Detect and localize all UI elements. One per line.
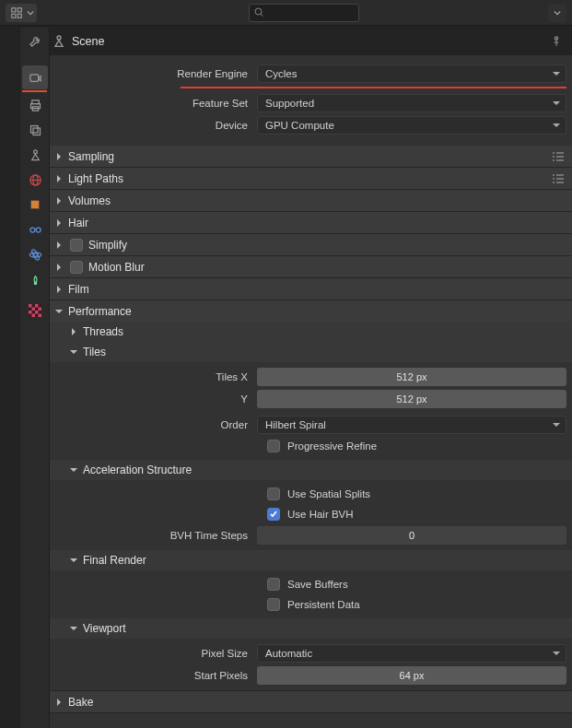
render-engine-label: Render Engine xyxy=(50,68,257,79)
printer-icon xyxy=(28,98,42,112)
tab-texture[interactable] xyxy=(22,299,48,323)
progressive-refine-checkbox[interactable] xyxy=(267,440,280,452)
tab-active-underline xyxy=(22,90,47,92)
panel-menu-button[interactable] xyxy=(550,171,566,186)
simplify-checkbox[interactable] xyxy=(70,239,83,252)
hair-bvh-label: Use Hair BVH xyxy=(287,509,354,520)
panel-simplify[interactable]: Simplify xyxy=(50,235,572,255)
feature-set-dropdown[interactable]: Supported xyxy=(257,94,566,112)
svg-rect-16 xyxy=(30,200,39,208)
properties-panel: Render Engine Cycles Feature Set Support… xyxy=(50,55,572,728)
tab-data[interactable] xyxy=(22,267,48,291)
svg-rect-32 xyxy=(39,314,42,318)
disclosure-icon xyxy=(53,697,64,708)
pixel-size-label: Pixel Size xyxy=(50,648,257,659)
panel-title: Acceleration Structure xyxy=(83,464,192,476)
tab-constraints[interactable] xyxy=(22,217,48,241)
bvh-time-field[interactable]: 0 xyxy=(257,526,566,545)
device-value: GPU Compute xyxy=(265,120,334,131)
search-input[interactable] xyxy=(249,4,359,22)
svg-point-22 xyxy=(30,248,41,260)
start-pixels-value: 64 px xyxy=(400,670,425,681)
svg-rect-25 xyxy=(29,304,32,308)
pixel-size-dropdown[interactable]: Automatic xyxy=(257,644,566,663)
svg-point-23 xyxy=(34,282,37,285)
disclosure-icon xyxy=(53,151,64,162)
tiles-y-label: Y xyxy=(50,393,257,405)
svg-point-20 xyxy=(33,252,37,256)
tab-output[interactable] xyxy=(22,93,48,117)
scene-name: Scene xyxy=(72,35,104,48)
panel-title: Bake xyxy=(68,696,93,709)
panel-title: Motion Blur xyxy=(88,261,145,274)
persistent-data-checkbox[interactable] xyxy=(267,598,280,611)
svg-rect-10 xyxy=(30,125,38,133)
tile-order-dropdown[interactable]: Hilbert Spiral xyxy=(257,416,566,434)
subpanel-final-render[interactable]: Final Render xyxy=(50,550,572,570)
disclosure-icon xyxy=(68,623,79,634)
tab-physics[interactable] xyxy=(22,242,48,266)
disclosure-icon xyxy=(68,346,79,358)
disclosure-icon xyxy=(53,306,64,317)
panel-title: Tiles xyxy=(83,346,106,358)
svg-point-17 xyxy=(29,228,34,232)
tiles-y-field[interactable]: 512 px xyxy=(257,390,566,408)
tab-view-layer[interactable] xyxy=(22,118,48,142)
subpanel-acceleration-structure[interactable]: Acceleration Structure xyxy=(50,460,572,480)
subpanel-tiles[interactable]: Tiles xyxy=(50,342,572,362)
panel-title: Hair xyxy=(68,217,88,229)
subpanel-viewport[interactable]: Viewport xyxy=(50,618,572,639)
chevron-down-icon xyxy=(27,9,34,17)
device-dropdown[interactable]: GPU Compute xyxy=(257,116,566,135)
constraint-icon xyxy=(28,222,42,237)
panel-title: Sampling xyxy=(68,150,114,163)
panel-motion-blur[interactable]: Motion Blur xyxy=(50,257,572,277)
tab-tool[interactable] xyxy=(22,29,48,53)
panel-title: Performance xyxy=(68,305,132,318)
panel-performance[interactable]: Performance xyxy=(50,301,572,322)
order-label: Order xyxy=(50,419,257,430)
chevron-down-icon xyxy=(554,9,561,17)
editor-type-dropdown[interactable] xyxy=(6,4,37,22)
wrench-icon xyxy=(28,33,42,48)
hair-bvh-checkbox[interactable] xyxy=(267,508,280,521)
svg-rect-26 xyxy=(35,304,39,308)
world-icon xyxy=(28,172,42,187)
save-buffers-checkbox[interactable] xyxy=(267,578,280,591)
svg-rect-31 xyxy=(32,314,36,318)
options-dropdown[interactable] xyxy=(548,4,566,22)
layers-icon xyxy=(28,123,42,137)
panel-bake[interactable]: Bake xyxy=(50,692,572,712)
spatial-splits-checkbox[interactable] xyxy=(267,487,280,500)
motion-blur-checkbox[interactable] xyxy=(70,261,83,274)
panel-film[interactable]: Film xyxy=(50,279,572,299)
tiles-y-value: 512 px xyxy=(396,393,426,405)
svg-rect-6 xyxy=(29,74,38,81)
svg-rect-2 xyxy=(18,14,21,18)
panel-light-paths[interactable]: Light Paths xyxy=(50,169,572,189)
render-engine-value: Cycles xyxy=(265,68,298,79)
object-icon xyxy=(28,197,42,212)
pin-button[interactable] xyxy=(550,35,563,48)
panel-hair[interactable]: Hair xyxy=(50,213,572,233)
start-pixels-label: Start Pixels xyxy=(50,670,257,681)
tiles-x-field[interactable]: 512 px xyxy=(257,368,566,386)
disclosure-icon xyxy=(53,217,64,229)
cone-light-icon xyxy=(28,147,42,162)
panel-sampling[interactable]: Sampling xyxy=(50,147,572,167)
tab-object[interactable] xyxy=(22,193,48,217)
panel-menu-button[interactable] xyxy=(550,149,566,164)
subpanel-threads[interactable]: Threads xyxy=(50,322,572,342)
render-engine-group: Render Engine Cycles Feature Set Support… xyxy=(50,55,572,146)
bvh-time-value: 0 xyxy=(409,530,414,541)
panel-title: Light Paths xyxy=(68,172,123,185)
order-value: Hilbert Spiral xyxy=(265,419,326,430)
tab-render[interactable] xyxy=(22,65,48,89)
panel-title: Threads xyxy=(83,325,123,338)
tab-scene[interactable] xyxy=(22,143,48,167)
persistent-data-label: Persistent Data xyxy=(287,599,360,610)
start-pixels-field[interactable]: 64 px xyxy=(257,666,566,685)
panel-volumes[interactable]: Volumes xyxy=(50,191,572,211)
render-engine-dropdown[interactable]: Cycles xyxy=(257,65,566,83)
tab-world[interactable] xyxy=(22,168,48,192)
